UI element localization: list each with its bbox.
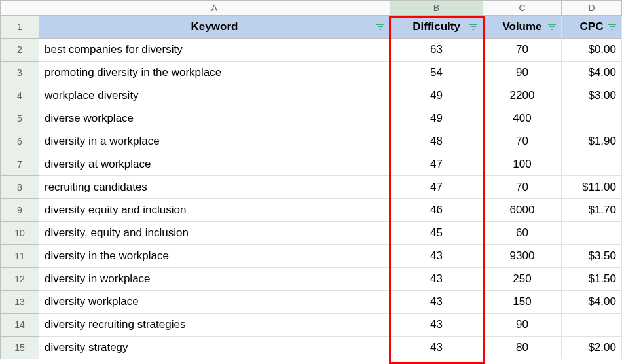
cell-difficulty[interactable]: 47 [390,176,483,199]
filter-icon[interactable] [375,22,386,32]
cell-cpc[interactable]: $11.00 [562,176,622,199]
cell-cpc[interactable]: $0.00 [562,39,622,62]
table-row: 9diversity equity and inclusion466000$1.… [0,199,622,222]
cell-cpc[interactable] [562,222,622,245]
cell-keyword[interactable]: diversity, equity and inclusion [39,222,390,245]
row-header[interactable]: 4 [0,84,39,107]
cell-difficulty[interactable]: 46 [390,199,483,222]
cell-cpc[interactable] [562,107,622,130]
header-label: CPC [580,20,604,33]
cell-difficulty[interactable]: 54 [390,62,483,84]
row-header[interactable]: 5 [0,107,39,130]
cell-keyword[interactable]: diversity workplace [39,291,390,314]
table-row: 4workplace diversity492200$3.00 [0,84,622,107]
table-row: 1 Keyword Difficulty Volume CPC [0,16,622,39]
cell-volume[interactable]: 70 [483,39,562,62]
cell-difficulty[interactable]: 43 [390,291,483,314]
cell-keyword[interactable]: diversity equity and inclusion [39,199,390,222]
row-header[interactable]: 1 [0,16,39,39]
table-row: 14diversity recruiting strategies4390 [0,314,622,337]
cell-difficulty[interactable]: 43 [390,245,483,268]
row-header[interactable]: 2 [0,39,39,62]
cell-difficulty[interactable]: 43 [390,268,483,291]
cell-cpc[interactable] [562,153,622,176]
row-header[interactable]: 3 [0,62,39,84]
filter-icon[interactable] [468,22,479,32]
header-cell-cpc[interactable]: CPC [562,16,622,39]
cell-difficulty[interactable]: 43 [390,337,483,359]
row-header[interactable]: 11 [0,245,39,268]
row-header[interactable]: 8 [0,176,39,199]
column-header-a[interactable]: A [39,0,390,16]
cell-cpc[interactable]: $4.00 [562,291,622,314]
cell-difficulty[interactable]: 63 [390,39,483,62]
table-row: 12diversity in workplace43250$1.50 [0,268,622,291]
cell-keyword[interactable]: diversity at workplace [39,153,390,176]
spreadsheet: A B C D 1 Keyword Difficulty Volume CPC … [0,0,622,359]
column-header-d[interactable]: D [562,0,622,16]
cell-cpc[interactable]: $1.50 [562,268,622,291]
cell-cpc[interactable]: $2.00 [562,337,622,359]
cell-keyword[interactable]: diversity in workplace [39,268,390,291]
cell-volume[interactable]: 90 [483,314,562,337]
cell-volume[interactable]: 70 [483,130,562,153]
column-header-b[interactable]: B [390,0,483,16]
table-row: 6diversity in a workplace4870$1.90 [0,130,622,153]
header-label: Volume [502,20,541,33]
row-header[interactable]: 6 [0,130,39,153]
row-header[interactable]: 7 [0,153,39,176]
cell-difficulty[interactable]: 43 [390,314,483,337]
column-header-c[interactable]: C [483,0,562,16]
cell-volume[interactable]: 70 [483,176,562,199]
cell-keyword[interactable]: diversity in the workplace [39,245,390,268]
row-header[interactable]: 10 [0,222,39,245]
cell-cpc[interactable]: $4.00 [562,62,622,84]
cell-difficulty[interactable]: 48 [390,130,483,153]
row-header[interactable]: 14 [0,314,39,337]
cell-volume[interactable]: 100 [483,153,562,176]
header-cell-difficulty[interactable]: Difficulty [390,16,483,39]
header-cell-keyword[interactable]: Keyword [39,16,390,39]
cell-volume[interactable]: 9300 [483,245,562,268]
cell-keyword[interactable]: diversity recruiting strategies [39,314,390,337]
cell-keyword[interactable]: diversity strategy [39,337,390,359]
table-row: 15diversity strategy4380$2.00 [0,337,622,359]
table-row: 13diversity workplace43150$4.00 [0,291,622,314]
cell-keyword[interactable]: workplace diversity [39,84,390,107]
header-label: Difficulty [412,20,460,33]
cell-keyword[interactable]: promoting diversity in the workplace [39,62,390,84]
cell-difficulty[interactable]: 49 [390,84,483,107]
table-row: 7diversity at workplace47100 [0,153,622,176]
cell-volume[interactable]: 250 [483,268,562,291]
cell-cpc[interactable]: $3.00 [562,84,622,107]
select-all-corner[interactable] [0,0,39,16]
filter-icon[interactable] [547,22,557,32]
cell-cpc[interactable]: $1.70 [562,199,622,222]
cell-difficulty[interactable]: 45 [390,222,483,245]
cell-difficulty[interactable]: 47 [390,153,483,176]
header-cell-volume[interactable]: Volume [483,16,562,39]
cell-volume[interactable]: 6000 [483,199,562,222]
cell-difficulty[interactable]: 49 [390,107,483,130]
table-row: 3promoting diversity in the workplace549… [0,62,622,84]
row-header[interactable]: 15 [0,337,39,359]
cell-cpc[interactable] [562,314,622,337]
filter-icon[interactable] [607,22,617,32]
cell-volume[interactable]: 90 [483,62,562,84]
row-header[interactable]: 13 [0,291,39,314]
cell-volume[interactable]: 80 [483,337,562,359]
cell-volume[interactable]: 2200 [483,84,562,107]
table-row: 2best companies for diversity6370$0.00 [0,39,622,62]
cell-keyword[interactable]: diverse workplace [39,107,390,130]
cell-volume[interactable]: 150 [483,291,562,314]
row-header[interactable]: 9 [0,199,39,222]
cell-keyword[interactable]: diversity in a workplace [39,130,390,153]
cell-volume[interactable]: 60 [483,222,562,245]
cell-cpc[interactable]: $3.50 [562,245,622,268]
cell-keyword[interactable]: best companies for diversity [39,39,390,62]
cell-volume[interactable]: 400 [483,107,562,130]
cell-keyword[interactable]: recruiting candidates [39,176,390,199]
row-header[interactable]: 12 [0,268,39,291]
cell-cpc[interactable]: $1.90 [562,130,622,153]
table-row: 8recruiting candidates4770$11.00 [0,176,622,199]
